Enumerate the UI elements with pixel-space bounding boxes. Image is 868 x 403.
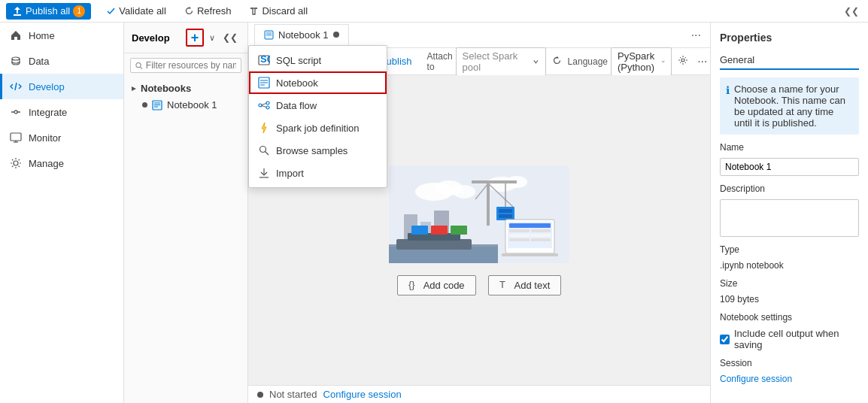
language-value: PySpark (Python) xyxy=(618,50,658,73)
dropdown-spark-job[interactable]: Spark job definition xyxy=(249,117,387,139)
svg-point-8 xyxy=(14,161,18,165)
properties-tab-general[interactable]: General xyxy=(720,54,859,70)
publish-all-label: Publish all xyxy=(26,5,70,17)
svg-marker-27 xyxy=(262,123,266,133)
main-layout: Home Data Develop xyxy=(0,23,868,403)
description-textarea[interactable] xyxy=(720,199,859,237)
name-input[interactable] xyxy=(720,158,859,176)
add-code-label: Add code xyxy=(423,280,465,291)
monitor-icon xyxy=(9,131,23,144)
refresh-label: Refresh xyxy=(197,5,232,17)
import-icon xyxy=(258,167,270,179)
filter-input[interactable] xyxy=(146,60,236,71)
sidebar-home-label: Home xyxy=(29,30,114,41)
add-text-button[interactable]: T Add text xyxy=(488,275,562,295)
collapse-icon[interactable]: ❮❮ xyxy=(841,5,862,18)
spark-icon xyxy=(258,122,270,134)
svg-line-29 xyxy=(266,152,269,156)
svg-point-28 xyxy=(260,147,266,153)
notebook-settings-section: Notebook settings Include cell output wh… xyxy=(720,312,859,350)
dropdown-menu: SQL SQL script Notebook Data flow xyxy=(248,45,387,188)
status-label: Not started xyxy=(269,389,317,400)
include-output-label: Include cell output when saving xyxy=(734,328,859,350)
svg-rect-63 xyxy=(509,238,530,241)
notebook-illustration xyxy=(389,165,569,263)
svg-rect-5 xyxy=(11,133,21,141)
notebook-menu-label: Notebook xyxy=(276,77,318,89)
dropdown-notebook[interactable]: Notebook xyxy=(249,71,387,94)
session-label: Session xyxy=(720,358,859,368)
name-label: Name xyxy=(720,142,859,153)
type-label: Type xyxy=(720,244,859,255)
add-new-button[interactable]: + xyxy=(187,30,202,45)
dropdown-data-flow[interactable]: Data flow xyxy=(249,94,387,117)
sidebar-develop-label: Develop xyxy=(29,81,114,92)
spark-pool-select[interactable]: Select Spark pool xyxy=(456,47,546,76)
sidebar-item-home[interactable]: Home xyxy=(0,23,123,48)
svg-text:SQL: SQL xyxy=(260,54,270,65)
svg-rect-54 xyxy=(499,209,512,213)
refresh-pool-button[interactable] xyxy=(549,53,565,71)
validate-all-button[interactable]: Validate all xyxy=(103,4,169,18)
refresh-button[interactable]: Refresh xyxy=(181,4,235,18)
filter-search-icon xyxy=(135,62,143,70)
svg-point-9 xyxy=(136,62,141,67)
publish-all-icon xyxy=(12,6,23,17)
svg-rect-49 xyxy=(472,180,517,183)
configure-session-props-link[interactable]: Configure session xyxy=(720,374,859,384)
svg-rect-0 xyxy=(14,14,21,16)
svg-rect-70 xyxy=(411,226,428,235)
triangle-icon xyxy=(130,85,138,92)
sidebar-item-data[interactable]: Data xyxy=(0,48,123,74)
home-icon xyxy=(9,29,23,42)
type-value: .ipynb notebook xyxy=(720,260,859,271)
add-text-label: Add text xyxy=(514,280,551,291)
type-section: Type .ipynb notebook xyxy=(720,244,859,271)
settings-icon xyxy=(678,55,688,65)
svg-point-22 xyxy=(259,104,262,107)
tab-bar: Notebook 1 ··· xyxy=(248,23,710,48)
notebook1-tree-item[interactable]: Notebook 1 xyxy=(124,96,247,114)
tab-notebook1[interactable]: Notebook 1 xyxy=(254,24,349,47)
svg-line-4 xyxy=(15,83,17,90)
spark-job-label: Spark job definition xyxy=(276,123,360,134)
notebook1-label: Notebook 1 xyxy=(167,99,217,111)
sidebar-monitor-label: Monitor xyxy=(29,132,114,144)
settings-button[interactable] xyxy=(675,52,691,71)
sidebar-integrate-label: Integrate xyxy=(29,107,114,118)
svg-point-23 xyxy=(266,102,269,105)
language-select[interactable]: PySpark (Python) xyxy=(611,47,672,76)
sidebar-item-develop[interactable]: Develop xyxy=(0,74,123,99)
sidebar: Home Data Develop xyxy=(0,23,124,403)
svg-rect-53 xyxy=(496,207,514,220)
notebook-file-icon xyxy=(152,100,162,111)
sidebar-item-monitor[interactable]: Monitor xyxy=(0,125,123,150)
sidebar-item-manage[interactable]: Manage xyxy=(0,150,123,176)
data-flow-label: Data flow xyxy=(276,100,317,111)
notebooks-group[interactable]: Notebooks xyxy=(124,80,247,96)
tab-more-button[interactable]: ··· xyxy=(688,29,704,42)
dropdown-import[interactable]: Import xyxy=(249,162,387,184)
svg-point-38 xyxy=(681,59,684,62)
svg-rect-55 xyxy=(499,214,512,218)
session-section: Session Configure session xyxy=(720,358,859,384)
properties-title: Properties xyxy=(720,32,859,44)
size-value: 109 bytes xyxy=(720,294,859,305)
collapse-panel-button[interactable]: ❮❮ xyxy=(220,32,240,44)
chevron-down-button[interactable]: ∨ xyxy=(207,32,217,44)
svg-rect-68 xyxy=(396,239,472,250)
discard-all-button[interactable]: Discard all xyxy=(246,4,311,18)
properties-panel: Properties General ℹ Choose a name for y… xyxy=(710,23,868,403)
include-output-checkbox[interactable] xyxy=(720,335,730,344)
sidebar-item-integrate[interactable]: Integrate xyxy=(0,99,123,125)
tab-unsaved-dot xyxy=(333,32,339,38)
dropdown-sql-script[interactable]: SQL SQL script xyxy=(249,49,387,71)
more-options-button[interactable]: ··· xyxy=(694,52,710,71)
configure-session-link[interactable]: Configure session xyxy=(323,389,402,400)
publish-all-button[interactable]: Publish all 1 xyxy=(6,3,91,20)
svg-marker-11 xyxy=(132,86,136,91)
dropdown-browse-samples[interactable]: Browse samples xyxy=(249,139,387,162)
top-bar: Publish all 1 Validate all Refresh Disca… xyxy=(0,0,868,23)
svg-rect-58 xyxy=(509,223,551,228)
add-code-button[interactable]: {} Add code xyxy=(397,275,476,295)
